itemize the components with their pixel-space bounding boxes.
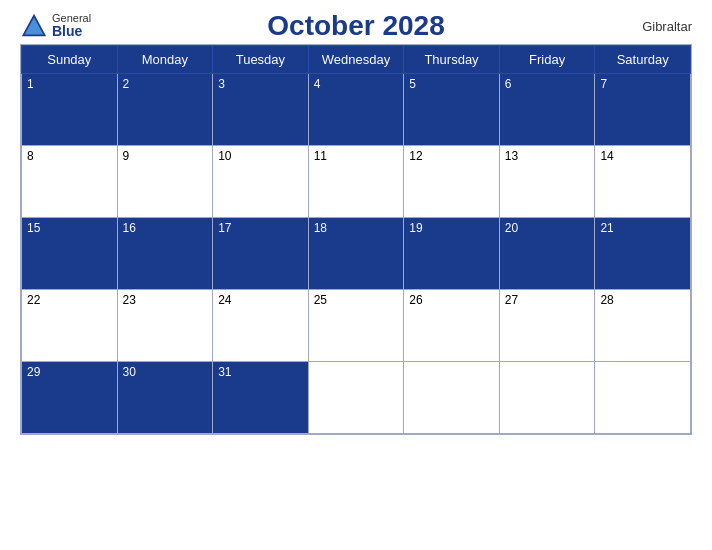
day-number: 21 [600,221,613,235]
calendar-day-cell: 29 [22,362,118,434]
calendar-day-cell: 21 [595,218,691,290]
calendar-day-cell: 23 [117,290,213,362]
day-number: 4 [314,77,321,91]
calendar-day-cell: 25 [308,290,404,362]
calendar-week-row: 293031 [22,362,691,434]
calendar-day-cell: 2 [117,74,213,146]
calendar-day-cell: 20 [499,218,595,290]
day-number: 15 [27,221,40,235]
day-number: 13 [505,149,518,163]
calendar-week-row: 1234567 [22,74,691,146]
day-number: 12 [409,149,422,163]
day-number: 10 [218,149,231,163]
calendar-day-cell: 17 [213,218,309,290]
col-thursday: Thursday [404,46,500,74]
calendar-day-cell: 24 [213,290,309,362]
calendar-week-row: 15161718192021 [22,218,691,290]
calendar-day-cell: 16 [117,218,213,290]
calendar-day-cell: 22 [22,290,118,362]
days-of-week-row: Sunday Monday Tuesday Wednesday Thursday… [22,46,691,74]
calendar-day-cell: 9 [117,146,213,218]
day-number: 26 [409,293,422,307]
calendar-day-cell: 10 [213,146,309,218]
col-sunday: Sunday [22,46,118,74]
day-number: 16 [123,221,136,235]
day-number: 14 [600,149,613,163]
calendar-day-cell: 15 [22,218,118,290]
day-number: 1 [27,77,34,91]
calendar-week-row: 22232425262728 [22,290,691,362]
col-tuesday: Tuesday [213,46,309,74]
calendar-title: October 2028 [267,10,444,42]
calendar: Sunday Monday Tuesday Wednesday Thursday… [20,44,692,435]
day-number: 6 [505,77,512,91]
calendar-day-cell: 1 [22,74,118,146]
calendar-day-cell: 12 [404,146,500,218]
calendar-day-cell: 13 [499,146,595,218]
calendar-day-cell: 19 [404,218,500,290]
calendar-day-cell: 5 [404,74,500,146]
day-number: 9 [123,149,130,163]
day-number: 29 [27,365,40,379]
day-number: 20 [505,221,518,235]
calendar-day-cell: 6 [499,74,595,146]
col-wednesday: Wednesday [308,46,404,74]
day-number: 5 [409,77,416,91]
calendar-day-cell: 7 [595,74,691,146]
logo: General Blue [20,12,91,40]
day-number: 18 [314,221,327,235]
day-number: 17 [218,221,231,235]
col-friday: Friday [499,46,595,74]
col-monday: Monday [117,46,213,74]
day-number: 8 [27,149,34,163]
country-label: Gibraltar [642,19,692,34]
calendar-week-row: 891011121314 [22,146,691,218]
calendar-day-cell: 27 [499,290,595,362]
day-number: 3 [218,77,225,91]
day-number: 30 [123,365,136,379]
day-number: 7 [600,77,607,91]
day-number: 27 [505,293,518,307]
calendar-day-cell [404,362,500,434]
day-number: 22 [27,293,40,307]
calendar-day-cell [499,362,595,434]
day-number: 28 [600,293,613,307]
calendar-day-cell: 4 [308,74,404,146]
day-number: 24 [218,293,231,307]
col-saturday: Saturday [595,46,691,74]
day-number: 31 [218,365,231,379]
calendar-day-cell: 26 [404,290,500,362]
calendar-day-cell: 28 [595,290,691,362]
calendar-day-cell: 31 [213,362,309,434]
day-number: 19 [409,221,422,235]
calendar-day-cell: 18 [308,218,404,290]
calendar-header: General Blue October 2028 Gibraltar [20,10,692,42]
calendar-day-cell: 3 [213,74,309,146]
calendar-day-cell: 14 [595,146,691,218]
day-number: 2 [123,77,130,91]
calendar-day-cell: 30 [117,362,213,434]
calendar-day-cell [595,362,691,434]
logo-blue-text: Blue [52,24,91,39]
day-number: 23 [123,293,136,307]
calendar-day-cell: 8 [22,146,118,218]
day-number: 25 [314,293,327,307]
day-number: 11 [314,149,327,163]
general-blue-icon [20,12,48,40]
calendar-day-cell [308,362,404,434]
calendar-day-cell: 11 [308,146,404,218]
